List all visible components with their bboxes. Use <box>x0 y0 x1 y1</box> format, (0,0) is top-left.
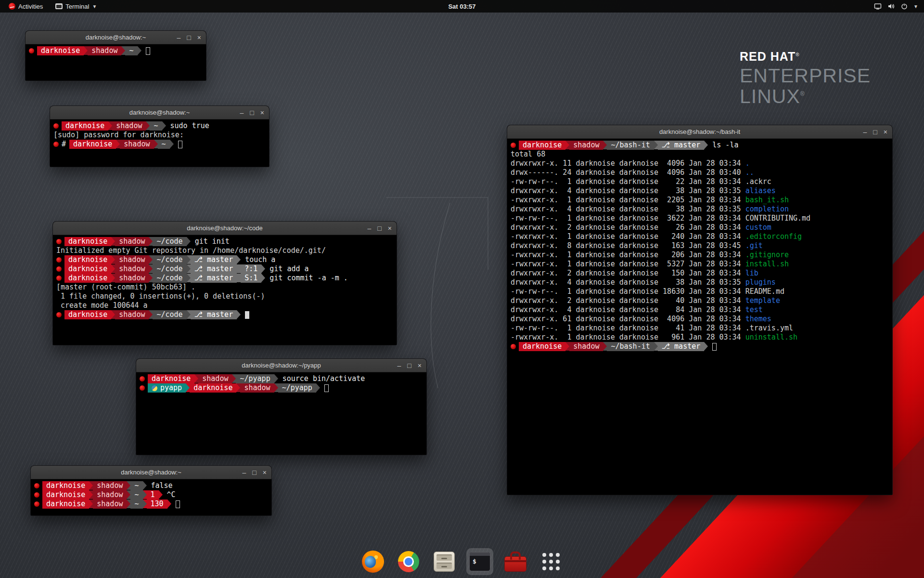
powerline-arrow-icon <box>261 274 265 282</box>
activities-button[interactable]: Activities <box>4 0 48 13</box>
maximize-button[interactable]: □ <box>250 106 254 119</box>
powerline-arrow-icon <box>274 374 278 383</box>
redhat-prompt-icon <box>34 492 39 498</box>
redhat-prompt-icon <box>511 143 516 148</box>
powerline-arrow-icon <box>237 310 241 319</box>
minimize-button[interactable]: – <box>240 106 244 119</box>
terminal-window: darknoise@shadow:~/code–□×darknoiseshado… <box>53 222 397 345</box>
powerline-arrow-icon <box>146 121 150 130</box>
window-titlebar[interactable]: darknoise@shadow:~/bash-it–□× <box>507 125 892 139</box>
terminal-line: drwxrwxr-x. 4 darknoise darknoise 38 Jan… <box>511 278 889 287</box>
dock-firefox-icon[interactable] <box>359 548 386 575</box>
prompt-segment-host: shadow <box>93 490 127 499</box>
close-button[interactable]: × <box>260 106 264 119</box>
terminal-output: -rwxrwxr-x. 1 darknoise darknoise 2205 J… <box>511 196 745 205</box>
prompt-segment-git: ⎇ master <box>658 342 705 351</box>
minimize-button[interactable]: – <box>177 31 181 44</box>
window-title: darknoise@shadow:~ <box>50 109 269 116</box>
maximize-button[interactable]: □ <box>377 222 381 235</box>
close-button[interactable]: × <box>884 125 887 139</box>
minimize-button[interactable]: – <box>368 222 372 235</box>
grid-dot <box>549 553 553 557</box>
window-titlebar[interactable]: darknoise@shadow:~–□× <box>26 31 206 44</box>
chevron-down-icon[interactable]: ▼ <box>913 4 918 9</box>
prompt-segment-user: darknoise <box>64 310 111 319</box>
powerline-arrow-icon <box>84 46 88 55</box>
terminal-cursor <box>324 384 329 392</box>
window-controls: –□× <box>177 31 201 44</box>
window-titlebar[interactable]: darknoise@shadow:~–□× <box>31 466 271 479</box>
terminal-screen[interactable]: darknoiseshadow~/bash-it⎇ masterls -lato… <box>507 139 892 495</box>
window-titlebar[interactable]: darknoise@shadow:~/pyapp–□× <box>136 359 426 372</box>
terminal-output: plugins <box>745 278 776 287</box>
terminal-line: drwxrwxr-x. 61 darknoise darknoise 4096 … <box>511 315 889 324</box>
minimize-button[interactable]: – <box>398 359 401 372</box>
prompt-segment-path: ~/code <box>153 274 186 283</box>
close-button[interactable]: × <box>263 466 267 479</box>
powerline-arrow-icon <box>149 310 153 319</box>
terminal-output: drwxrwxr-x. 4 darknoise darknoise 38 Jan… <box>511 205 745 214</box>
terminal-line: drwxrwxr-x. 8 darknoise darknoise 163 Ja… <box>511 241 889 250</box>
prompt-segment-path: ~/bash-it <box>607 141 654 150</box>
maximize-button[interactable]: □ <box>873 125 877 139</box>
display-icon[interactable] <box>874 3 882 10</box>
powerline-arrow-icon <box>170 140 174 148</box>
prompt-segment-host: shadow <box>93 481 127 490</box>
close-button[interactable]: × <box>418 359 422 372</box>
terminal-screen[interactable]: darknoiseshadow~falsedarknoiseshadow~1^C… <box>31 479 271 515</box>
maximize-button[interactable]: □ <box>252 466 256 479</box>
maximize-button[interactable]: □ <box>187 31 191 44</box>
minimize-button[interactable]: – <box>863 125 867 139</box>
terminal-output: lib <box>745 269 758 278</box>
dock-terminal-icon[interactable] <box>466 548 493 575</box>
app-menu-terminal[interactable]: Terminal ▼ <box>51 0 102 13</box>
terminal-output: 1 file changed, 0 insertions(+), 0 delet… <box>56 292 265 301</box>
terminal-output: total 68 <box>511 150 545 159</box>
prompt-segment-path: ~ <box>125 46 137 55</box>
prompt-segment-exit: 130 <box>147 499 167 509</box>
window-title: darknoise@shadow:~/pyapp <box>136 362 426 369</box>
terminal-line: darknoiseshadow~/bash-it⎇ masterls -la <box>511 141 889 150</box>
prompt-segment-user: darknoise <box>42 499 89 509</box>
close-button[interactable]: × <box>388 222 392 235</box>
powerline-arrow-icon <box>603 342 607 351</box>
grid-dot <box>556 560 560 564</box>
terminal-screen[interactable]: darknoiseshadow~sudo true[sudo] password… <box>50 119 269 167</box>
terminal-output: drwxrwxr-x. 11 darknoise darknoise 4096 … <box>511 159 745 168</box>
powerline-arrow-icon <box>187 237 191 246</box>
power-icon[interactable] <box>901 3 908 10</box>
terminal-output: drwxrwxr-x. 61 darknoise darknoise 4096 … <box>511 315 745 324</box>
terminal-screen[interactable]: darknoiseshadow~/pyappsource bin/activat… <box>136 372 426 455</box>
brand-enterprise: ENTERPRISE <box>740 66 871 86</box>
prompt-segment-path: ~ <box>130 490 142 499</box>
volume-icon[interactable] <box>887 3 895 10</box>
dock-files-icon[interactable] <box>431 548 458 575</box>
dock-chrome-icon[interactable] <box>395 548 422 575</box>
terminal-line: -rw-rw-r--. 1 darknoise darknoise 18630 … <box>511 287 889 296</box>
terminal-app-icon <box>55 3 63 9</box>
powerline-arrow-icon <box>149 274 153 282</box>
terminal-output: -rw-rw-r--. 1 darknoise darknoise 41 Jan… <box>511 324 793 333</box>
window-titlebar[interactable]: darknoise@shadow:~/code–□× <box>53 222 397 235</box>
prompt-segment-host: shadow <box>115 255 149 264</box>
prompt-segment-path: ~ <box>130 481 142 490</box>
maximize-button[interactable]: □ <box>407 359 411 372</box>
powerline-arrow-icon <box>186 383 190 392</box>
powerline-arrow-icon <box>232 374 236 383</box>
terminal-line: -rw-rw-r--. 1 darknoise darknoise 41 Jan… <box>511 324 889 333</box>
close-button[interactable]: × <box>197 31 201 44</box>
terminal-output: bash_it.sh <box>745 196 789 205</box>
command-text: false <box>147 481 173 490</box>
dock-toolbox-icon[interactable] <box>502 548 529 575</box>
terminal-screen[interactable]: darknoiseshadow~/codegit initInitialized… <box>53 235 397 345</box>
terminal-screen[interactable]: darknoiseshadow~ <box>26 44 206 80</box>
prompt-segment-host: shadow <box>115 237 149 246</box>
terminal-line: drwxrwxr-x. 2 darknoise darknoise 26 Jan… <box>511 223 889 232</box>
window-titlebar[interactable]: darknoise@shadow:~–□× <box>50 106 269 119</box>
minimize-button[interactable]: – <box>243 466 246 479</box>
prompt-segment-host: shadow <box>115 310 149 319</box>
clock[interactable]: Sat 03:57 <box>0 3 924 10</box>
terminal-line: [master (root-commit) 50bcb63] . <box>56 283 393 292</box>
prompt-segment-host: shadow <box>93 499 127 509</box>
dock-app-grid-icon[interactable] <box>538 548 565 575</box>
